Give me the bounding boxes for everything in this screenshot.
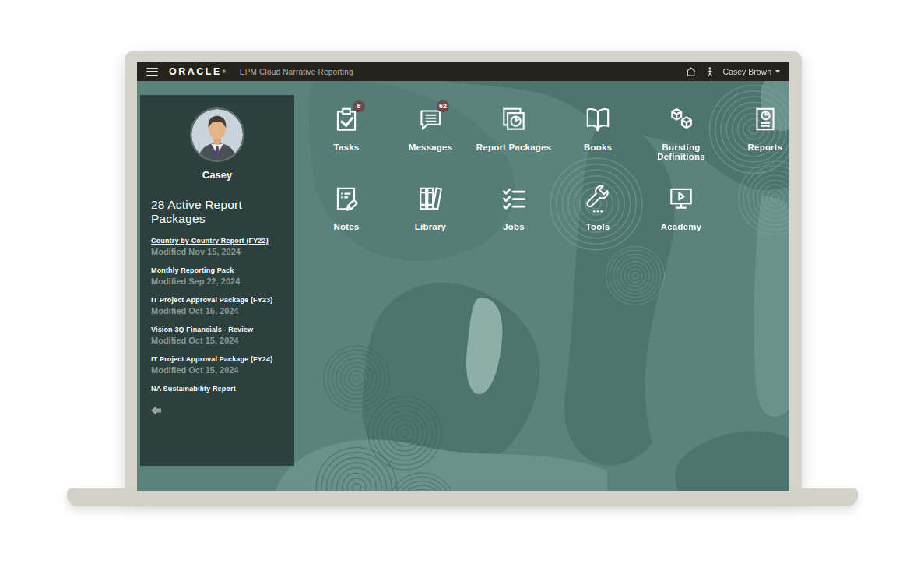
active-packages-heading: 28 Active Report Packages <box>151 198 283 226</box>
report-package-item[interactable]: NA Sustainability Report <box>151 385 283 393</box>
tile-label: Academy <box>638 222 724 231</box>
report-package-item[interactable]: Country by Country Report (FY22) Modifie… <box>151 237 283 256</box>
academy-icon <box>666 184 696 213</box>
tile-notes[interactable]: Notes <box>304 184 389 231</box>
package-modified: Modified Sep 22, 2024 <box>151 277 283 286</box>
topbar: ORACLE® EPM Cloud Narrative Reporting Ca… <box>137 62 789 81</box>
oracle-logo: ORACLE <box>169 66 222 77</box>
bursting-definitions-icon <box>666 104 696 134</box>
tile-books[interactable]: Books <box>555 104 641 152</box>
tile-label: Messages <box>388 143 473 152</box>
tile-jobs[interactable]: Jobs <box>471 184 557 231</box>
report-package-item[interactable]: IT Project Approval Package (FY23) Modif… <box>151 296 283 315</box>
sidebar: Casey 28 Active Report Packages Country … <box>140 95 294 466</box>
menu-icon[interactable] <box>146 68 158 76</box>
tile-label: Reports <box>722 143 789 152</box>
package-modified: Modified Oct 15, 2024 <box>151 306 283 315</box>
app-screen: ORACLE® EPM Cloud Narrative Reporting Ca… <box>137 62 789 491</box>
caret-down-icon <box>775 70 780 73</box>
package-modified: Modified Oct 15, 2024 <box>151 336 283 345</box>
package-title: Country by Country Report (FY22) <box>151 237 283 245</box>
report-packages-icon <box>499 104 529 134</box>
home-icon[interactable] <box>685 66 697 77</box>
tile-messages[interactable]: 62 Messages <box>388 104 473 152</box>
oracle-registered-mark: ® <box>223 69 226 74</box>
person-icon[interactable] <box>706 66 714 77</box>
package-title: Vision 3Q Financials - Review <box>151 326 283 333</box>
tile-tools[interactable]: Tools <box>555 184 641 231</box>
package-title: NA Sustainability Report <box>151 385 283 393</box>
tile-bursting-definitions[interactable]: Bursting Definitions <box>638 104 724 161</box>
laptop-base <box>67 488 858 506</box>
user-name: Casey Brown <box>723 67 771 76</box>
tile-label: Library <box>388 222 473 231</box>
tile-label: Bursting Definitions <box>638 143 724 161</box>
jobs-icon <box>499 184 529 213</box>
tile-label: Tools <box>555 222 641 231</box>
tile-academy[interactable]: Academy <box>638 184 724 231</box>
tile-label: Report Packages <box>471 143 557 152</box>
package-modified: Modified Oct 15, 2024 <box>151 365 283 375</box>
tasks-badge: 8 <box>353 100 365 112</box>
user-menu[interactable]: Casey Brown <box>723 67 780 76</box>
tile-tasks[interactable]: 8 Tasks <box>304 104 389 152</box>
tools-icon <box>583 184 613 213</box>
books-icon <box>583 104 613 134</box>
tile-reports[interactable]: Reports <box>722 104 789 152</box>
report-package-item[interactable]: IT Project Approval Package (FY24) Modif… <box>151 355 283 375</box>
tile-label: Books <box>555 143 641 152</box>
report-package-item[interactable]: Vision 3Q Financials - Review Modified O… <box>151 326 283 345</box>
report-package-list: Country by Country Report (FY22) Modifie… <box>151 237 283 393</box>
tile-label: Jobs <box>471 222 557 231</box>
package-title: IT Project Approval Package (FY23) <box>151 296 283 304</box>
report-package-item[interactable]: Monthly Reporting Pack Modified Sep 22, … <box>151 266 283 286</box>
tile-report-packages[interactable]: Report Packages <box>471 104 557 152</box>
package-title: Monthly Reporting Pack <box>151 266 283 274</box>
package-modified: Modified Nov 15, 2024 <box>151 247 283 256</box>
reports-icon <box>750 104 780 134</box>
notes-icon <box>332 184 361 213</box>
messages-badge: 62 <box>437 100 449 112</box>
arrow-left-icon[interactable] <box>151 406 162 415</box>
product-title: EPM Cloud Narrative Reporting <box>240 68 353 76</box>
avatar[interactable] <box>190 107 244 162</box>
library-icon <box>416 184 445 213</box>
package-title: IT Project Approval Package (FY24) <box>151 355 283 363</box>
sidebar-user-name: Casey <box>151 169 283 181</box>
tile-label: Tasks <box>304 143 389 152</box>
tile-label: Notes <box>304 222 389 231</box>
tile-library[interactable]: Library <box>388 184 473 231</box>
